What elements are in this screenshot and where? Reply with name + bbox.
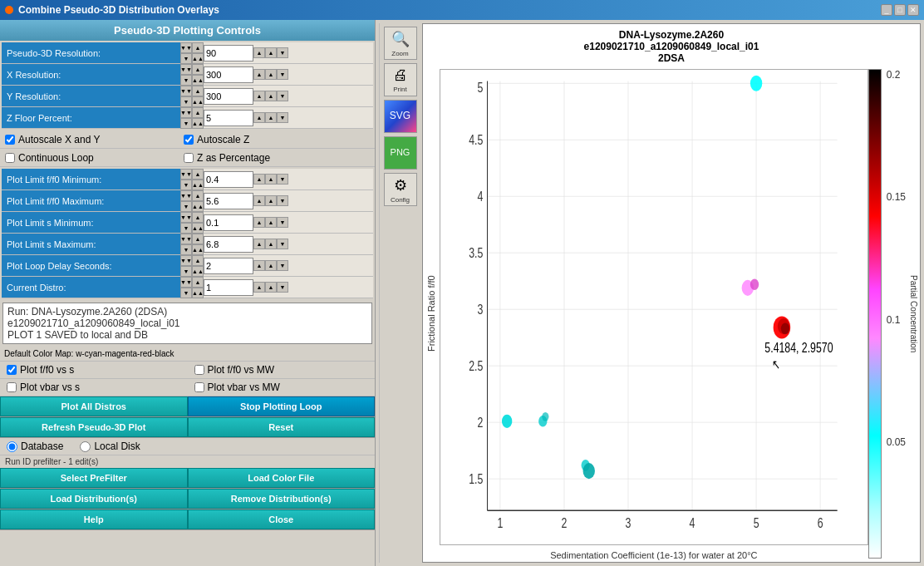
up2-smax[interactable]: ▲ (265, 239, 277, 249)
plot-vbar-mw-checkbox[interactable] (194, 382, 204, 392)
dec-fast-smax[interactable]: ▼▼ (180, 234, 192, 244)
config-button[interactable]: ⚙ Config (384, 173, 417, 206)
load-color-button[interactable]: Load Color File (188, 468, 376, 488)
close-button-main[interactable]: Close (188, 509, 376, 529)
up2-smin[interactable]: ▲ (265, 217, 277, 228)
close-button[interactable]: ✕ (907, 4, 919, 16)
up-zfloor[interactable]: ▲ (253, 112, 265, 123)
smax-input[interactable] (204, 236, 253, 253)
decrement-fast-yres[interactable]: ▼▼ (180, 86, 192, 96)
pseudo3d-input[interactable] (204, 45, 253, 62)
autoscale-z-checkbox[interactable] (184, 135, 194, 145)
up-xres[interactable]: ▲ (253, 69, 265, 80)
up-distro[interactable]: ▲ (253, 282, 265, 293)
inc-fmin[interactable]: ▲ (192, 169, 204, 180)
decrement-pseudo3d[interactable]: ▼ (180, 53, 192, 64)
dn2-smin[interactable]: ▼ (277, 217, 288, 228)
plot-ff0-mw-checkbox[interactable] (194, 365, 204, 375)
help-button[interactable]: Help (0, 509, 188, 529)
up2-yres[interactable]: ▲ (265, 91, 277, 101)
dn2-zfloor[interactable]: ▼ (277, 112, 288, 123)
inc-smax[interactable]: ▲ (192, 234, 204, 244)
inc-fast-smax[interactable]: ▲▲ (192, 244, 204, 255)
dec-fast-smin[interactable]: ▼▼ (180, 212, 192, 223)
dec-smin[interactable]: ▼ (180, 223, 192, 234)
increment-yres[interactable]: ▲ (192, 86, 204, 96)
png-button[interactable]: PNG (384, 136, 417, 170)
remove-dist-button[interactable]: Remove Distribution(s) (188, 489, 376, 509)
stop-loop-button[interactable]: Stop Plotting Loop (188, 396, 376, 416)
inc-distro[interactable]: ▲ (192, 277, 204, 288)
inc-fast-fmax[interactable]: ▲▲ (192, 201, 204, 212)
zfloor-input[interactable] (204, 110, 253, 126)
dec-fast-fmin[interactable]: ▼▼ (180, 169, 192, 180)
up-smin[interactable]: ▲ (253, 217, 265, 228)
inc-fast-distro[interactable]: ▲▲ (192, 288, 204, 298)
dec-fast-fmax[interactable]: ▼▼ (180, 190, 192, 201)
dn2-delay[interactable]: ▼ (277, 260, 288, 271)
select-prefilter-button[interactable]: Select PreFilter (0, 468, 188, 488)
dn2-distro[interactable]: ▼ (277, 282, 288, 293)
increment-fast-yres[interactable]: ▲▲ (192, 96, 204, 107)
print-button[interactable]: 🖨 Print (384, 63, 417, 96)
up2-zfloor[interactable]: ▲ (265, 112, 277, 123)
continuous-loop-checkbox[interactable] (5, 153, 15, 163)
dec-fmax[interactable]: ▼ (180, 201, 192, 212)
up-delay[interactable]: ▲ (253, 260, 265, 271)
refresh-button[interactable]: Refresh Pseudo-3D Plot (0, 417, 188, 437)
fmin-input[interactable] (204, 171, 253, 188)
up-smax[interactable]: ▲ (253, 239, 265, 249)
distro-input[interactable] (204, 279, 253, 296)
zoom-button[interactable]: 🔍 Zoom (384, 27, 417, 60)
up-fmin[interactable]: ▲ (253, 174, 265, 185)
plot-vbar-s-checkbox[interactable] (7, 382, 17, 392)
up-yres[interactable]: ▲ (253, 91, 265, 101)
decrement-fast-xres[interactable]: ▼▼ (180, 64, 192, 75)
up2-distro[interactable]: ▲ (265, 282, 277, 293)
reset-button[interactable]: Reset (188, 417, 376, 437)
decrement-xres[interactable]: ▼ (180, 75, 192, 86)
decrement-yres[interactable]: ▼ (180, 96, 192, 107)
decrement-fast-pseudo3d[interactable]: ▼▼ (180, 42, 192, 53)
dn2-fmin[interactable]: ▼ (277, 174, 288, 185)
increment-fast-zfloor[interactable]: ▲▲ (192, 118, 204, 129)
up2-pseudo3d[interactable]: ▲ (265, 47, 277, 58)
dn2-xres[interactable]: ▼ (277, 69, 288, 80)
dn2-smax[interactable]: ▼ (277, 239, 288, 249)
dec-fast-delay[interactable]: ▼▼ (180, 255, 192, 266)
up2-fmax[interactable]: ▲ (265, 195, 277, 206)
up2-fmin[interactable]: ▲ (265, 174, 277, 185)
local-disk-radio[interactable] (80, 441, 91, 452)
xres-input[interactable] (204, 66, 253, 83)
inc-fast-delay[interactable]: ▲▲ (192, 266, 204, 277)
svg-button[interactable]: SVG (384, 100, 417, 133)
increment-pseudo3d[interactable]: ▲ (192, 42, 204, 53)
inc-fast-smin[interactable]: ▲▲ (192, 223, 204, 234)
dn2-yres[interactable]: ▼ (277, 91, 288, 101)
dn2-pseudo3d[interactable]: ▼ (277, 47, 288, 58)
up-pseudo3d[interactable]: ▲ (253, 47, 265, 58)
inc-fast-fmin[interactable]: ▲▲ (192, 180, 204, 190)
increment-xres[interactable]: ▲ (192, 64, 204, 75)
dec-delay[interactable]: ▼ (180, 266, 192, 277)
dn2-fmax[interactable]: ▼ (277, 195, 288, 206)
up2-delay[interactable]: ▲ (265, 260, 277, 271)
plot-all-button[interactable]: Plot All Distros (0, 396, 188, 416)
dec-fast-distro[interactable]: ▼▼ (180, 277, 192, 288)
inc-delay[interactable]: ▲ (192, 255, 204, 266)
smin-input[interactable] (204, 214, 253, 231)
database-radio[interactable] (7, 441, 17, 452)
inc-fmax[interactable]: ▲ (192, 190, 204, 201)
dec-distro[interactable]: ▼ (180, 288, 192, 298)
autoscale-xy-checkbox[interactable] (5, 135, 15, 145)
chart-area[interactable]: 1.5 2 2.5 3 3.5 4 4.5 5 1 2 (440, 69, 868, 545)
z-percentage-checkbox[interactable] (184, 153, 194, 163)
fmax-input[interactable] (204, 193, 253, 209)
delay-input[interactable] (204, 258, 253, 274)
plot-ff0-s-checkbox[interactable] (7, 365, 17, 375)
decrement-zfloor[interactable]: ▼ (180, 118, 192, 129)
yres-input[interactable] (204, 88, 253, 105)
up2-xres[interactable]: ▲ (265, 69, 277, 80)
maximize-button[interactable]: □ (894, 4, 906, 16)
up-fmax[interactable]: ▲ (253, 195, 265, 206)
